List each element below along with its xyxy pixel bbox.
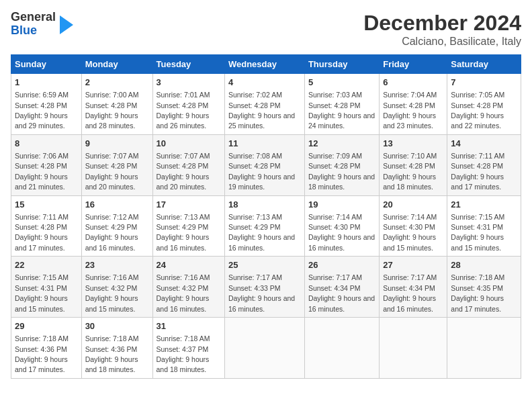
day-info: Sunrise: 7:09 AMSunset: 4:28 PMDaylight:… <box>308 152 375 191</box>
calendar-cell: 17 Sunrise: 7:13 AMSunset: 4:29 PMDaylig… <box>152 195 224 257</box>
logo-line2: Blue <box>11 24 56 38</box>
logo: General Blue <box>11 11 73 38</box>
day-info: Sunrise: 7:14 AMSunset: 4:30 PMDaylight:… <box>383 213 437 252</box>
calendar-cell: 10 Sunrise: 7:07 AMSunset: 4:28 PMDaylig… <box>152 134 224 195</box>
day-number: 14 <box>451 138 517 150</box>
calendar-cell: 8 Sunrise: 7:06 AMSunset: 4:28 PMDayligh… <box>11 134 82 195</box>
day-info: Sunrise: 7:15 AMSunset: 4:31 PMDaylight:… <box>451 213 504 252</box>
day-number: 7 <box>451 77 517 89</box>
calendar-cell: 9 Sunrise: 7:07 AMSunset: 4:28 PMDayligh… <box>81 134 152 195</box>
day-info: Sunrise: 7:07 AMSunset: 4:28 PMDaylight:… <box>85 152 139 191</box>
day-number: 17 <box>157 199 221 211</box>
calendar-cell: 3 Sunrise: 7:01 AMSunset: 4:28 PMDayligh… <box>152 74 224 135</box>
day-number: 18 <box>228 199 301 211</box>
calendar-cell: 6 Sunrise: 7:04 AMSunset: 4:28 PMDayligh… <box>380 74 447 135</box>
day-info: Sunrise: 7:18 AMSunset: 4:35 PMDaylight:… <box>451 273 504 312</box>
day-number: 28 <box>451 259 517 271</box>
day-number: 15 <box>15 199 78 211</box>
day-info: Sunrise: 7:16 AMSunset: 4:32 PMDaylight:… <box>85 273 139 312</box>
title-block: December 2024 Calciano, Basilicate, Ital… <box>363 11 521 48</box>
day-number: 25 <box>228 259 301 271</box>
day-info: Sunrise: 7:02 AMSunset: 4:28 PMDaylight:… <box>228 91 295 130</box>
weekday-header-row: SundayMondayTuesdayWednesdayThursdayFrid… <box>11 55 521 74</box>
calendar-cell: 1 Sunrise: 6:59 AMSunset: 4:28 PMDayligh… <box>11 74 82 135</box>
weekday-header-sunday: Sunday <box>11 55 82 74</box>
day-number: 21 <box>451 199 517 211</box>
weekday-header-friday: Friday <box>380 55 447 74</box>
calendar-cell: 12 Sunrise: 7:09 AMSunset: 4:28 PMDaylig… <box>304 134 379 195</box>
calendar-cell: 7 Sunrise: 7:05 AMSunset: 4:28 PMDayligh… <box>447 74 521 135</box>
day-number: 30 <box>85 320 149 332</box>
calendar-cell: 31 Sunrise: 7:18 AMSunset: 4:37 PMDaylig… <box>152 318 224 379</box>
calendar-week-row: 1 Sunrise: 6:59 AMSunset: 4:28 PMDayligh… <box>11 74 521 135</box>
day-number: 24 <box>157 259 221 271</box>
day-number: 4 <box>228 77 301 89</box>
day-number: 27 <box>383 259 443 271</box>
calendar-cell: 21 Sunrise: 7:15 AMSunset: 4:31 PMDaylig… <box>447 195 521 257</box>
logo-line1: General <box>11 11 56 24</box>
calendar-cell: 30 Sunrise: 7:18 AMSunset: 4:36 PMDaylig… <box>81 318 152 379</box>
day-info: Sunrise: 7:17 AMSunset: 4:34 PMDaylight:… <box>308 273 375 312</box>
weekday-header-thursday: Thursday <box>304 55 379 74</box>
logo-arrow-icon <box>60 15 73 34</box>
day-info: Sunrise: 7:11 AMSunset: 4:28 PMDaylight:… <box>15 213 69 252</box>
weekday-header-tuesday: Tuesday <box>152 55 224 74</box>
calendar-week-row: 15 Sunrise: 7:11 AMSunset: 4:28 PMDaylig… <box>11 195 521 257</box>
day-info: Sunrise: 7:00 AMSunset: 4:28 PMDaylight:… <box>85 91 139 130</box>
day-info: Sunrise: 7:16 AMSunset: 4:32 PMDaylight:… <box>157 273 210 312</box>
calendar-cell: 2 Sunrise: 7:00 AMSunset: 4:28 PMDayligh… <box>81 74 152 135</box>
day-info: Sunrise: 7:18 AMSunset: 4:37 PMDaylight:… <box>157 334 210 373</box>
calendar-week-row: 29 Sunrise: 7:18 AMSunset: 4:36 PMDaylig… <box>11 318 521 379</box>
calendar-cell: 11 Sunrise: 7:08 AMSunset: 4:28 PMDaylig… <box>224 134 304 195</box>
day-info: Sunrise: 7:10 AMSunset: 4:28 PMDaylight:… <box>383 152 437 191</box>
calendar-cell: 16 Sunrise: 7:12 AMSunset: 4:29 PMDaylig… <box>81 195 152 257</box>
day-info: Sunrise: 7:01 AMSunset: 4:28 PMDaylight:… <box>157 91 210 130</box>
calendar-cell: 19 Sunrise: 7:14 AMSunset: 4:30 PMDaylig… <box>304 195 379 257</box>
calendar-cell <box>380 318 447 379</box>
day-info: Sunrise: 7:06 AMSunset: 4:28 PMDaylight:… <box>15 152 69 191</box>
day-number: 31 <box>157 320 221 332</box>
day-info: Sunrise: 7:15 AMSunset: 4:31 PMDaylight:… <box>15 273 69 312</box>
day-info: Sunrise: 6:59 AMSunset: 4:28 PMDaylight:… <box>15 91 69 130</box>
weekday-header-saturday: Saturday <box>447 55 521 74</box>
calendar-subtitle: Calciano, Basilicate, Italy <box>363 36 521 48</box>
day-info: Sunrise: 7:18 AMSunset: 4:36 PMDaylight:… <box>85 334 139 373</box>
calendar-cell <box>447 318 521 379</box>
day-info: Sunrise: 7:08 AMSunset: 4:28 PMDaylight:… <box>228 152 295 191</box>
calendar-cell <box>304 318 379 379</box>
calendar-cell: 18 Sunrise: 7:13 AMSunset: 4:29 PMDaylig… <box>224 195 304 257</box>
calendar-cell: 24 Sunrise: 7:16 AMSunset: 4:32 PMDaylig… <box>152 257 224 318</box>
calendar-cell: 29 Sunrise: 7:18 AMSunset: 4:36 PMDaylig… <box>11 318 82 379</box>
day-number: 8 <box>15 138 78 150</box>
calendar-cell: 22 Sunrise: 7:15 AMSunset: 4:31 PMDaylig… <box>11 257 82 318</box>
day-number: 5 <box>308 77 375 89</box>
day-info: Sunrise: 7:13 AMSunset: 4:29 PMDaylight:… <box>157 213 210 252</box>
day-number: 20 <box>383 199 443 211</box>
day-number: 1 <box>15 77 78 89</box>
day-number: 13 <box>383 138 443 150</box>
day-info: Sunrise: 7:05 AMSunset: 4:28 PMDaylight:… <box>451 91 504 130</box>
calendar-cell: 23 Sunrise: 7:16 AMSunset: 4:32 PMDaylig… <box>81 257 152 318</box>
weekday-header-monday: Monday <box>81 55 152 74</box>
day-info: Sunrise: 7:13 AMSunset: 4:29 PMDaylight:… <box>228 213 295 252</box>
day-info: Sunrise: 7:07 AMSunset: 4:28 PMDaylight:… <box>157 152 210 191</box>
day-number: 16 <box>85 199 149 211</box>
calendar-cell: 20 Sunrise: 7:14 AMSunset: 4:30 PMDaylig… <box>380 195 447 257</box>
day-number: 11 <box>228 138 301 150</box>
day-info: Sunrise: 7:17 AMSunset: 4:33 PMDaylight:… <box>228 273 295 312</box>
calendar-cell: 4 Sunrise: 7:02 AMSunset: 4:28 PMDayligh… <box>224 74 304 135</box>
calendar-table: SundayMondayTuesdayWednesdayThursdayFrid… <box>11 54 521 379</box>
day-number: 26 <box>308 259 375 271</box>
calendar-cell: 28 Sunrise: 7:18 AMSunset: 4:35 PMDaylig… <box>447 257 521 318</box>
day-info: Sunrise: 7:17 AMSunset: 4:34 PMDaylight:… <box>383 273 437 312</box>
day-number: 6 <box>383 77 443 89</box>
day-number: 19 <box>308 199 375 211</box>
calendar-cell: 26 Sunrise: 7:17 AMSunset: 4:34 PMDaylig… <box>304 257 379 318</box>
day-number: 22 <box>15 259 78 271</box>
calendar-week-row: 22 Sunrise: 7:15 AMSunset: 4:31 PMDaylig… <box>11 257 521 318</box>
day-number: 2 <box>85 77 149 89</box>
calendar-cell: 25 Sunrise: 7:17 AMSunset: 4:33 PMDaylig… <box>224 257 304 318</box>
day-info: Sunrise: 7:12 AMSunset: 4:29 PMDaylight:… <box>85 213 139 252</box>
day-info: Sunrise: 7:11 AMSunset: 4:28 PMDaylight:… <box>451 152 504 191</box>
day-number: 10 <box>157 138 221 150</box>
